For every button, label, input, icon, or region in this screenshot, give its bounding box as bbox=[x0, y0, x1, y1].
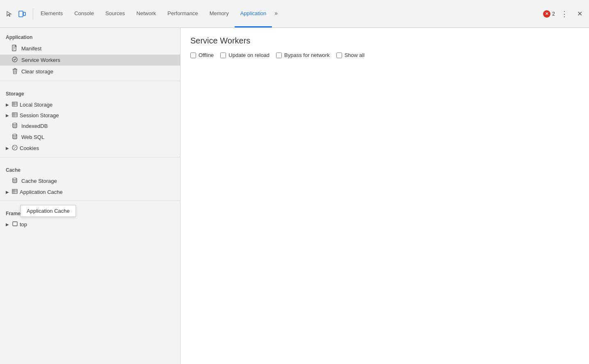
expand-local-storage-icon: ▶ bbox=[6, 102, 9, 107]
expand-session-storage-icon: ▶ bbox=[6, 113, 9, 118]
application-cache-icon bbox=[11, 189, 18, 195]
local-storage-icon bbox=[11, 101, 18, 108]
service-workers-icon bbox=[11, 57, 18, 64]
expand-top-icon: ▶ bbox=[6, 222, 9, 227]
clear-storage-icon bbox=[11, 68, 18, 75]
tab-sources[interactable]: Sources bbox=[100, 0, 131, 27]
indexeddb-icon bbox=[11, 123, 18, 130]
error-icon: ✕ bbox=[543, 10, 550, 18]
service-workers-options: Offline Update on reload Bypass for netw… bbox=[190, 52, 579, 58]
offline-checkbox[interactable] bbox=[190, 52, 196, 58]
close-devtools-button[interactable]: ✕ bbox=[574, 8, 586, 19]
svg-point-21 bbox=[13, 134, 17, 136]
svg-point-23 bbox=[14, 146, 14, 147]
web-sql-icon bbox=[11, 134, 18, 141]
frame-icon bbox=[11, 221, 18, 228]
offline-checkbox-label[interactable]: Offline bbox=[190, 52, 214, 58]
update-on-reload-checkbox-label[interactable]: Update on reload bbox=[220, 52, 269, 58]
sidebar-section-frames: Frames ▶ top bbox=[0, 204, 180, 230]
sidebar-item-service-workers[interactable]: Service Workers bbox=[0, 55, 180, 66]
svg-rect-16 bbox=[12, 113, 17, 117]
show-all-checkbox[interactable] bbox=[336, 52, 342, 58]
divider-3 bbox=[0, 200, 180, 201]
svg-point-26 bbox=[13, 178, 17, 180]
tab-application[interactable]: Application bbox=[235, 0, 272, 27]
toolbar-right-group: ✕ 2 ⋮ ✕ bbox=[543, 8, 586, 20]
sidebar-header-application: Application bbox=[0, 28, 180, 43]
sidebar-item-web-sql[interactable]: Web SQL bbox=[0, 132, 180, 143]
session-storage-icon bbox=[11, 112, 18, 118]
tab-console[interactable]: Console bbox=[68, 0, 100, 27]
sidebar-item-local-storage[interactable]: ▶ Local Storage bbox=[0, 99, 180, 110]
tab-elements[interactable]: Elements bbox=[35, 0, 68, 27]
inspect-icon[interactable] bbox=[3, 8, 15, 20]
svg-rect-12 bbox=[12, 102, 17, 106]
update-on-reload-checkbox[interactable] bbox=[220, 52, 226, 58]
sidebar: Application Manifest bbox=[0, 28, 180, 364]
sidebar-item-manifest[interactable]: Manifest bbox=[0, 43, 180, 55]
sidebar-section-cache: Cache Cache Storage ▶ bbox=[0, 161, 180, 197]
sidebar-item-application-cache[interactable]: ▶ Application Cache bbox=[0, 187, 180, 197]
expand-cookies-icon: ▶ bbox=[6, 146, 9, 150]
svg-rect-31 bbox=[13, 222, 17, 226]
expand-application-cache-icon: ▶ bbox=[6, 190, 9, 194]
sidebar-item-cookies[interactable]: ▶ Cookies bbox=[0, 143, 180, 154]
svg-rect-1 bbox=[23, 12, 25, 16]
svg-rect-27 bbox=[12, 189, 17, 193]
svg-point-24 bbox=[15, 147, 16, 148]
main-layout: Application Manifest bbox=[0, 28, 589, 364]
devtools-toolbar: Elements Console Sources Network Perform… bbox=[0, 0, 589, 28]
tab-memory[interactable]: Memory bbox=[204, 0, 235, 27]
bypass-for-network-checkbox[interactable] bbox=[276, 52, 282, 58]
error-badge[interactable]: ✕ 2 bbox=[543, 10, 555, 18]
svg-point-8 bbox=[14, 59, 16, 60]
cache-storage-icon bbox=[11, 177, 18, 184]
sidebar-header-frames: Frames bbox=[0, 204, 180, 219]
sidebar-header-cache: Cache bbox=[0, 161, 180, 175]
page-title: Service Workers bbox=[190, 36, 579, 46]
sidebar-item-cache-storage[interactable]: Cache Storage bbox=[0, 175, 180, 187]
svg-point-20 bbox=[13, 123, 17, 125]
bypass-for-network-checkbox-label[interactable]: Bypass for network bbox=[276, 52, 330, 58]
sidebar-item-session-storage[interactable]: ▶ Session Storage bbox=[0, 110, 180, 121]
tab-network[interactable]: Network bbox=[131, 0, 162, 27]
manifest-icon bbox=[11, 45, 18, 52]
more-tabs-button[interactable]: » bbox=[272, 0, 280, 27]
sidebar-header-storage: Storage bbox=[0, 84, 180, 99]
divider-2 bbox=[0, 157, 180, 157]
sidebar-item-clear-storage[interactable]: Clear storage bbox=[0, 66, 180, 77]
sidebar-section-storage: Storage ▶ Local Storage ▶ bbox=[0, 84, 180, 154]
sidebar-section-application: Application Manifest bbox=[0, 28, 180, 77]
toolbar-icon-group bbox=[3, 8, 33, 20]
sidebar-item-application-cache-container: ▶ Application Cache Application Cache bbox=[0, 187, 180, 197]
main-tab-list: Elements Console Sources Network Perform… bbox=[35, 0, 280, 27]
tab-performance[interactable]: Performance bbox=[162, 0, 203, 27]
svg-rect-0 bbox=[19, 11, 23, 17]
svg-point-25 bbox=[14, 148, 15, 149]
cookies-icon bbox=[11, 145, 18, 152]
content-panel: Service Workers Offline Update on reload… bbox=[180, 28, 589, 364]
divider-1 bbox=[0, 81, 180, 81]
sidebar-item-indexeddb[interactable]: IndexedDB bbox=[0, 121, 180, 132]
device-toolbar-icon[interactable] bbox=[16, 8, 28, 20]
more-options-button[interactable]: ⋮ bbox=[558, 8, 571, 20]
svg-point-22 bbox=[12, 145, 17, 150]
sidebar-item-top[interactable]: ▶ top bbox=[0, 219, 180, 230]
show-all-checkbox-label[interactable]: Show all bbox=[336, 52, 365, 58]
